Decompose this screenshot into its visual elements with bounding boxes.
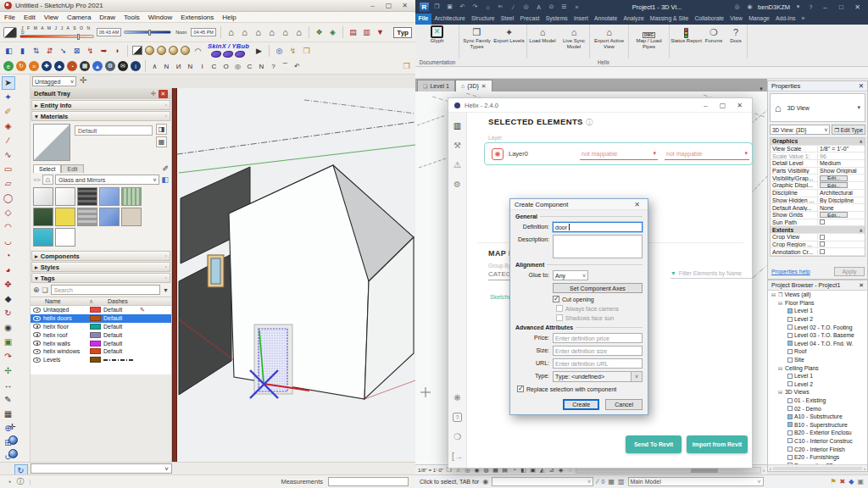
plugin-icon[interactable]: ⇅ (31, 45, 42, 57)
plugin-icon[interactable]: ◧ (3, 45, 14, 57)
plugin-icon[interactable]: ▮ (17, 45, 28, 57)
tree-item[interactable]: Level 04 - T.O. Fnd. W. (768, 340, 867, 348)
description-textarea[interactable] (553, 235, 643, 258)
price-input[interactable]: Enter definition price (553, 333, 643, 343)
close-button[interactable]: ✕ (851, 3, 864, 11)
tree-item[interactable]: 01 - Existing (768, 396, 867, 405)
sandbox-drape-icon[interactable] (169, 46, 178, 55)
eraser-tool-icon[interactable]: ✐ (2, 105, 15, 119)
checkbox[interactable] (820, 235, 825, 240)
property-row[interactable]: Detail LevelMedium (771, 160, 865, 168)
two-point-arc-tool-icon[interactable]: ◡ (2, 235, 15, 248)
material-swatch[interactable] (33, 228, 53, 247)
tab-overflow-icon[interactable]: » (798, 14, 808, 25)
panel-documentation-label[interactable]: Documentation (415, 59, 459, 65)
map-load-pipes-button[interactable]: DWGMap / Load Pipes (633, 25, 665, 58)
type-selector[interactable]: ⌂ 3D View ▾ (770, 93, 865, 122)
tab-architecture[interactable]: Architecture (431, 14, 468, 25)
forward-arrow-icon[interactable]: ▹ (38, 176, 42, 183)
qat-3dview-icon[interactable]: ⊙ (547, 3, 556, 10)
material-swatch[interactable] (33, 208, 53, 226)
push-pull-tool-icon[interactable]: ◆ (2, 292, 15, 306)
tag-row[interactable]: helix roof Default (31, 330, 171, 339)
tree-item[interactable]: E20 - Furnishings (768, 453, 867, 462)
section-row[interactable]: Graphics∧ (771, 138, 865, 146)
lightning-icon[interactable]: ↯ (287, 45, 298, 57)
qat-more-icon[interactable]: » (572, 4, 581, 10)
tree-item[interactable]: Level 2 (768, 315, 867, 324)
view-tab-3d[interactable]: ⌂{3D}✕ (455, 80, 492, 92)
tab-select[interactable]: Select (33, 164, 61, 173)
shadow-toggle-icon[interactable] (3, 27, 17, 38)
shadow-time-slider[interactable] (124, 30, 171, 34)
offset-tool-icon[interactable]: ↷ (2, 350, 15, 363)
select-pinned-icon[interactable]: ▣ (857, 478, 864, 485)
tag-row[interactable]: Untagged Default ✎ (31, 306, 171, 314)
tab-steel[interactable]: Steel (498, 14, 517, 25)
add-tag-icon[interactable]: ⊕ (33, 286, 40, 294)
tree-item[interactable]: Level 1 (768, 372, 867, 380)
skinx-icon[interactable] (235, 51, 245, 58)
sandbox-icon[interactable] (132, 46, 142, 55)
arc-tool-icon[interactable]: ◠ (2, 220, 15, 234)
menu-draw[interactable]: Draw (95, 14, 120, 21)
tree-item-root[interactable]: ⊟❒Views (all) (768, 291, 867, 299)
qat-print-icon[interactable]: ⌂ (483, 4, 492, 10)
bottom-dropdown[interactable]: ˅ (31, 463, 172, 474)
qat-undo-icon[interactable]: ↶ (458, 3, 467, 10)
family-mapping-dropdown[interactable]: not mappable▾ (665, 148, 749, 160)
visibility-eye-icon[interactable] (33, 341, 41, 346)
edit-button[interactable]: Edit... (820, 175, 848, 181)
checkbox[interactable] (820, 249, 825, 254)
editable-only-icon[interactable]: ∕ (597, 478, 598, 485)
plugin-icon[interactable]: ➥ (98, 45, 109, 57)
menu-file[interactable]: File (0, 14, 19, 21)
tab-collaborate[interactable]: Collaborate (692, 14, 727, 25)
plugin-icon[interactable]: ⊠ (71, 45, 82, 57)
tree-item[interactable]: Level 1 (768, 307, 867, 315)
tree-item[interactable]: 02 - Demo (768, 404, 867, 413)
qat-section-icon[interactable]: ☰ (559, 3, 569, 10)
filter-icon[interactable]: ▼ (163, 287, 169, 293)
rectangle-tool-icon[interactable]: ▭ (2, 163, 15, 176)
tag-color-chip[interactable] (90, 341, 101, 347)
help-icon[interactable]: ? (806, 4, 815, 10)
menu-edit[interactable]: Edit (19, 14, 40, 21)
visibility-eye-icon[interactable] (33, 349, 41, 354)
tab-massing-site[interactable]: Massing & Site (647, 14, 692, 25)
press-drag-icon[interactable]: ✖ (840, 478, 846, 485)
curve-tool-icon[interactable]: ∧ (150, 63, 159, 70)
curve-tool-icon[interactable]: O (221, 63, 231, 70)
plugin-icon[interactable]: ◗ (112, 45, 123, 57)
url-input[interactable]: Enter definition URL (553, 358, 643, 369)
material-swatch[interactable] (33, 187, 53, 206)
filter-input[interactable]: ▼ Filter Elements by Name (670, 270, 753, 279)
help-icon[interactable]: ? (453, 413, 462, 422)
iso-view-icon[interactable]: ⌂ (225, 26, 236, 38)
checkbox[interactable] (820, 219, 825, 225)
tray-close-icon[interactable]: ✕ (159, 90, 168, 98)
property-row[interactable]: Scale Value 1:96 (771, 152, 865, 160)
scale-tool-icon[interactable]: ▣ (2, 336, 15, 349)
tree-item[interactable]: C10 - Interior Construc (768, 437, 867, 446)
chevron-down-icon[interactable]: ▾ (793, 3, 803, 10)
tree-item[interactable]: Level 02 - T.O. Footing (768, 323, 867, 331)
refresh-icon[interactable]: ↻ (16, 61, 26, 71)
drop-tool-icon[interactable]: ▼ (375, 26, 386, 38)
material-swatch[interactable] (77, 208, 97, 226)
edit-type-button[interactable]: ❐Edit Type (832, 125, 865, 135)
warnings-tab-icon[interactable]: ⚠ (453, 160, 461, 169)
curve-tool-icon[interactable]: ↶ (292, 63, 302, 70)
dash-pattern[interactable] (103, 359, 134, 361)
property-row[interactable]: Crop View (771, 234, 865, 241)
back-view-icon[interactable]: ⌂ (280, 26, 291, 38)
sandbox-stamp-icon[interactable] (157, 46, 166, 55)
minimize-button[interactable]: – (366, 2, 379, 9)
material-swatch[interactable] (121, 187, 142, 206)
curve-tool-icon[interactable]: C (245, 63, 254, 70)
dimension-tool-icon[interactable]: ↔ (2, 379, 15, 392)
qat-open-icon[interactable]: ❒ (432, 3, 442, 10)
sandbox-smooth-icon[interactable] (145, 46, 154, 55)
signed-in-user[interactable]: benD3KZM (758, 3, 790, 11)
back-arrow-icon[interactable]: ◃ (33, 176, 36, 183)
